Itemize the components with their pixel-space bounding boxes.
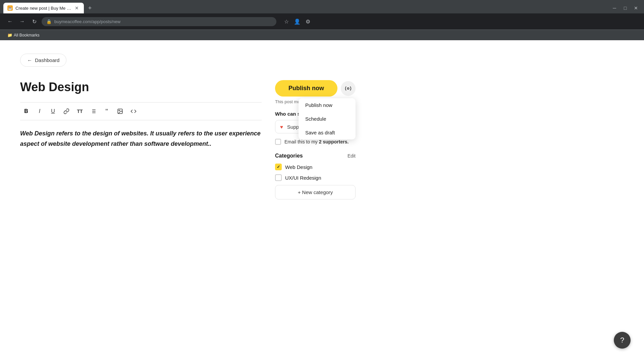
tab-title: Create new post | Buy Me a Coff xyxy=(15,6,71,11)
dropdown-publish-now[interactable]: Publish now xyxy=(299,98,356,112)
email-row: Email this to my 2 supporters. xyxy=(275,139,356,145)
main-layout: Web Design B I U TT " xyxy=(20,80,624,199)
page-content: ← Dashboard Web Design B I U TT " xyxy=(0,40,644,362)
post-title[interactable]: Web Design xyxy=(20,80,262,94)
all-bookmarks[interactable]: 📁 All Bookmarks xyxy=(5,32,42,38)
quote-button[interactable]: " xyxy=(101,105,113,117)
category-checkbox-web-design[interactable] xyxy=(275,164,282,170)
bookmarks-bar: 📁 All Bookmarks xyxy=(0,29,644,40)
publish-now-button[interactable]: Publish now xyxy=(275,80,337,97)
categories-title: Categories xyxy=(275,153,303,159)
star-button[interactable]: ☆ xyxy=(282,17,291,26)
image-button[interactable] xyxy=(114,105,126,117)
category-label-ux-ui: UX/UI Redesign xyxy=(285,175,321,181)
extensions-button[interactable]: ⚙ xyxy=(303,17,313,26)
dropdown-schedule[interactable]: Schedule xyxy=(299,112,356,126)
publish-settings-button[interactable] xyxy=(341,81,356,96)
back-arrow-icon: ← xyxy=(27,57,32,63)
help-button[interactable]: ? xyxy=(614,332,631,349)
dropdown-save-draft[interactable]: Save as draft xyxy=(299,126,356,139)
categories-header: Categories Edit xyxy=(275,153,356,159)
window-controls: ─ □ ✕ xyxy=(610,3,641,13)
tab-bar: ☕ Create new post | Buy Me a Coff ✕ + ─ … xyxy=(0,0,644,13)
browser-chrome: ☕ Create new post | Buy Me a Coff ✕ + ─ … xyxy=(0,0,644,40)
new-tab-button[interactable]: + xyxy=(85,3,95,13)
category-item-ux-ui: UX/UI Redesign xyxy=(275,174,356,181)
browser-actions: ☆ 👤 ⚙ xyxy=(282,17,313,26)
underline-button[interactable]: U xyxy=(47,105,59,117)
right-panel: Publish now Publish now Schedule Save as… xyxy=(275,80,356,199)
font-size-button[interactable]: TT xyxy=(74,105,86,117)
reload-button[interactable]: ↻ xyxy=(30,17,39,26)
publish-dropdown: Publish now Schedule Save as draft xyxy=(299,98,356,139)
active-tab[interactable]: ☕ Create new post | Buy Me a Coff ✕ xyxy=(3,3,84,13)
bold-button[interactable]: B xyxy=(20,105,32,117)
tab-close-button[interactable]: ✕ xyxy=(74,5,80,11)
list-button[interactable] xyxy=(87,105,99,117)
code-button[interactable] xyxy=(127,105,140,117)
lock-icon: 🔒 xyxy=(46,19,52,24)
svg-point-7 xyxy=(119,110,119,111)
bookmarks-label: All Bookmarks xyxy=(14,33,40,38)
heart-icon: ♥ xyxy=(280,124,284,130)
maximize-button[interactable]: □ xyxy=(621,3,630,13)
svg-point-8 xyxy=(347,87,349,89)
category-label-web-design: Web Design xyxy=(285,164,312,170)
publish-row: Publish now Publish now Schedule Save as… xyxy=(275,80,356,97)
post-body[interactable]: Web Design refers to the design of websi… xyxy=(20,128,262,149)
formatting-toolbar: B I U TT " xyxy=(20,102,262,120)
minimize-button[interactable]: ─ xyxy=(610,3,619,13)
forward-nav-button[interactable]: → xyxy=(17,17,27,26)
category-checkbox-ux-ui[interactable] xyxy=(275,174,282,181)
question-mark-icon: ? xyxy=(620,336,624,345)
profile-button[interactable]: 👤 xyxy=(292,17,302,26)
email-checkbox[interactable] xyxy=(275,139,281,145)
italic-button[interactable]: I xyxy=(34,105,46,117)
link-button[interactable] xyxy=(60,105,72,117)
categories-edit-button[interactable]: Edit xyxy=(347,153,356,159)
category-item-web-design: Web Design xyxy=(275,164,356,170)
dashboard-back-button[interactable]: ← Dashboard xyxy=(20,54,66,67)
bookmarks-icon: 📁 xyxy=(7,33,12,38)
tab-favicon: ☕ xyxy=(7,5,13,11)
url-text: buymeacoffee.com/app/posts/new xyxy=(54,19,120,24)
url-bar[interactable]: 🔒 buymeacoffee.com/app/posts/new xyxy=(42,17,276,26)
back-nav-button[interactable]: ← xyxy=(5,17,15,26)
close-window-button[interactable]: ✕ xyxy=(631,3,641,13)
email-label: Email this to my 2 supporters. xyxy=(284,139,348,144)
address-bar: ← → ↻ 🔒 buymeacoffee.com/app/posts/new ☆… xyxy=(0,13,644,29)
editor-area: Web Design B I U TT " xyxy=(20,80,262,149)
back-button-label: Dashboard xyxy=(35,57,59,63)
new-category-button[interactable]: + New category xyxy=(275,185,356,199)
